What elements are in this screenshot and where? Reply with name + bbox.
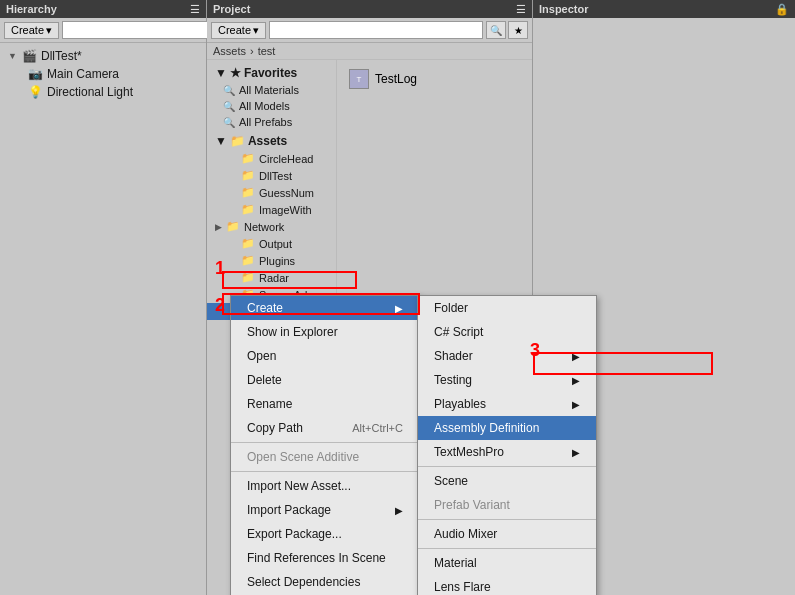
folder-icon: 📁 (230, 134, 245, 148)
menu-item-open-scene: Open Scene Additive (231, 445, 419, 469)
menu-item-label: Create (247, 301, 283, 315)
submenu-arrow-icon: ▶ (572, 447, 580, 458)
submenu-separator-3 (418, 548, 596, 549)
submenu-item-label: C# Script (434, 325, 483, 339)
project-create-button[interactable]: Create ▾ (211, 22, 266, 39)
hierarchy-scene-root[interactable]: ▼ 🎬 DllTest* (0, 47, 206, 65)
menu-item-label: Rename (247, 397, 292, 411)
hierarchy-search-input[interactable] (62, 21, 210, 39)
submenu-item-assembly-def[interactable]: Assembly Definition (418, 416, 596, 440)
star-icon-btn[interactable]: ★ (508, 21, 528, 39)
menu-item-select-deps[interactable]: Select Dependencies (231, 570, 419, 594)
submenu-item-label: Assembly Definition (434, 421, 539, 435)
folder-icon: 📁 (241, 237, 255, 250)
step-label-2: 2 (215, 295, 225, 316)
project-search-input[interactable] (269, 21, 483, 39)
asset-folder-guessnum[interactable]: 📁 GuessNum (207, 184, 336, 201)
asset-folder-output[interactable]: 📁 Output (207, 235, 336, 252)
fav-all-prefabs[interactable]: 🔍 All Prefabs (207, 114, 336, 130)
search-icon-btn[interactable]: 🔍 (486, 21, 506, 39)
menu-separator-1 (231, 442, 419, 443)
asset-folder-radar[interactable]: 📁 Radar (207, 269, 336, 286)
hierarchy-header: Hierarchy ☰ (0, 0, 206, 18)
project-file-testlog[interactable]: T TestLog (343, 66, 526, 92)
submenu-item-shader[interactable]: Shader ▶ (418, 344, 596, 368)
submenu-item-label: Audio Mixer (434, 527, 497, 541)
asset-folder-plugins[interactable]: 📁 Plugins (207, 252, 336, 269)
item-label: Main Camera (47, 67, 119, 81)
folder-label: ImageWith (259, 204, 312, 216)
folder-icon: 📁 (241, 271, 255, 284)
submenu-item-audio-mixer[interactable]: Audio Mixer (418, 522, 596, 546)
file-icon: T (349, 69, 369, 89)
menu-item-rename[interactable]: Rename (231, 392, 419, 416)
search-icon: 🔍 (223, 117, 235, 128)
menu-item-copy-path[interactable]: Copy Path Alt+Ctrl+C (231, 416, 419, 440)
submenu-arrow-icon: ▶ (572, 351, 580, 362)
asset-folder-imagewith[interactable]: 📁 ImageWith (207, 201, 336, 218)
asset-folder-network[interactable]: ▶ 📁 Network (207, 218, 336, 235)
submenu-item-label: TextMeshPro (434, 445, 504, 459)
submenu-item-csharp[interactable]: C# Script (418, 320, 596, 344)
lock-icon[interactable]: 🔒 (775, 3, 789, 16)
project-menu-icon[interactable]: ☰ (516, 3, 526, 16)
submenu-item-label: Material (434, 556, 477, 570)
chevron-down-icon: ▾ (253, 24, 259, 37)
submenu-item-material[interactable]: Material (418, 551, 596, 575)
favorites-label: Favorites (244, 66, 297, 80)
menu-item-label: Import Package (247, 503, 331, 517)
menu-item-label: Open Scene Additive (247, 450, 359, 464)
breadcrumb-assets[interactable]: Assets (213, 45, 246, 57)
fav-label: All Materials (239, 84, 299, 96)
assets-label: Assets (248, 134, 287, 148)
menu-item-open[interactable]: Open (231, 344, 419, 368)
asset-folder-dlltest[interactable]: 📁 DllTest (207, 167, 336, 184)
menu-separator-2 (231, 471, 419, 472)
breadcrumb-separator: › (250, 45, 254, 57)
submenu-item-textmeshpro[interactable]: TextMeshPro ▶ (418, 440, 596, 464)
step-label-1: 1 (215, 258, 225, 279)
submenu-item-folder[interactable]: Folder (418, 296, 596, 320)
menu-item-label: Show in Explorer (247, 325, 338, 339)
fav-all-materials[interactable]: 🔍 All Materials (207, 82, 336, 98)
submenu-arrow-icon: ▶ (572, 399, 580, 410)
hierarchy-create-button[interactable]: Create ▾ (4, 22, 59, 39)
menu-item-label: Open (247, 349, 276, 363)
menu-item-delete[interactable]: Delete (231, 368, 419, 392)
menu-item-label: Find References In Scene (247, 551, 386, 565)
project-title: Project (213, 3, 250, 15)
fav-label: All Prefabs (239, 116, 292, 128)
hierarchy-menu-icon[interactable]: ☰ (190, 3, 200, 16)
menu-item-find-references[interactable]: Find References In Scene (231, 546, 419, 570)
submenu-item-label: Folder (434, 301, 468, 315)
menu-item-create[interactable]: Create ▶ (231, 296, 419, 320)
menu-item-import-package[interactable]: Import Package ▶ (231, 498, 419, 522)
asset-folder-circlehead[interactable]: 📁 CircleHead (207, 150, 336, 167)
submenu-item-label: Lens Flare (434, 580, 491, 594)
item-label: Directional Light (47, 85, 133, 99)
folder-label: GuessNum (259, 187, 314, 199)
submenu-item-scene[interactable]: Scene (418, 469, 596, 493)
submenu-item-label: Scene (434, 474, 468, 488)
submenu-arrow-icon: ▶ (395, 303, 403, 314)
menu-item-export-package[interactable]: Export Package... (231, 522, 419, 546)
assets-arrow: ▼ (215, 134, 227, 148)
light-icon: 💡 (28, 85, 43, 99)
breadcrumb-test[interactable]: test (258, 45, 276, 57)
folder-label: Radar (259, 272, 289, 284)
submenu-item-testing[interactable]: Testing ▶ (418, 368, 596, 392)
tree-arrow: ▼ (8, 51, 18, 61)
fav-all-models[interactable]: 🔍 All Models (207, 98, 336, 114)
menu-item-show-explorer[interactable]: Show in Explorer (231, 320, 419, 344)
menu-item-import-asset[interactable]: Import New Asset... (231, 474, 419, 498)
submenu-item-label: Testing (434, 373, 472, 387)
submenu-item-label: Prefab Variant (434, 498, 510, 512)
submenu-item-playables[interactable]: Playables ▶ (418, 392, 596, 416)
hierarchy-item-directional-light[interactable]: 💡 Directional Light (0, 83, 206, 101)
submenu-item-lens-flare[interactable]: Lens Flare (418, 575, 596, 595)
hierarchy-title: Hierarchy (6, 3, 57, 15)
submenu-item-label: Shader (434, 349, 473, 363)
hierarchy-item-main-camera[interactable]: 📷 Main Camera (0, 65, 206, 83)
folder-icon: 📁 (241, 169, 255, 182)
project-toolbar: Create ▾ 🔍 ★ (207, 18, 532, 43)
